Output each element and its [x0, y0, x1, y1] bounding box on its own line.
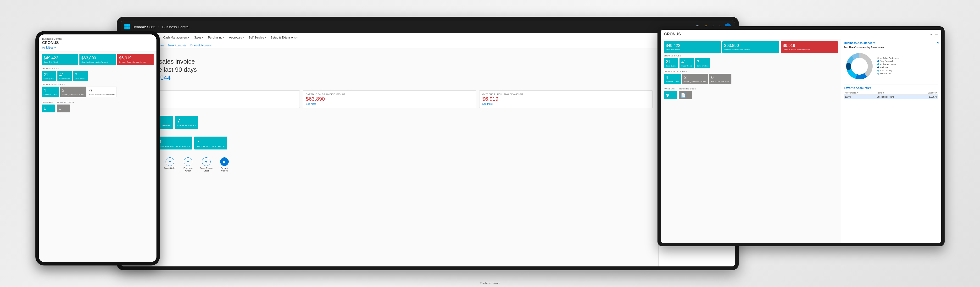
subnav-bank-accounts[interactable]: Bank Accounts	[166, 42, 188, 49]
phone-activities[interactable]: Activities ▾	[42, 46, 153, 49]
ts-purchase-due[interactable]: 0 Purch. Due Next Week	[709, 74, 731, 84]
svg-point-7	[851, 58, 868, 75]
chevron-down-icon: ▾	[873, 41, 875, 45]
phone-payments-card[interactable]: 1	[41, 105, 55, 113]
app-title: Dynamics 365	[132, 25, 155, 29]
tablet-small: CRONUS ≡ ··· $49,422 Sales This Month	[657, 26, 945, 246]
purchase-invoices-card[interactable]: 3 ONGOING PURCH. INVOICES	[156, 136, 192, 149]
nav-approvals[interactable]: Approvals▾	[227, 33, 246, 42]
phone-incoming-card[interactable]: 1	[57, 105, 70, 113]
ongoing-purchases-grid: 4 PURCHASE ORDERS 3 ONGOING PURCH. INVOI…	[126, 136, 653, 149]
phone-purchase-orders[interactable]: 4 Purchase Orders	[41, 87, 59, 97]
see-more-overdue-sales[interactable]: See more	[306, 103, 473, 105]
phone-payments-section: PAYMENTS 1	[41, 99, 55, 113]
phone-tile-sales: $49,422 Sales This Month	[41, 54, 78, 65]
ts-payments-card[interactable]: ⊕	[664, 91, 677, 99]
app-separator: ›	[158, 25, 159, 29]
ongoing-sales-grid: 21 SALES QUOTES 41 SALES ORDERS 7 SALES …	[126, 116, 653, 128]
account-name: Checking account	[876, 95, 915, 99]
business-assistance-title[interactable]: Business Assistance ▾	[844, 41, 939, 45]
ts-company: CRONUS	[664, 32, 681, 36]
ts-payments-section: PAYMENTS ⊕	[664, 86, 677, 99]
ts-purchase-orders[interactable]: 4 Purchase Orders	[664, 74, 681, 84]
start-product-videos[interactable]: ▶ Product Videos	[217, 157, 232, 172]
phone-purchase-cards: 4 Purchase Orders 3 Ongoing Purchase Inv…	[41, 87, 154, 97]
nav-self-service[interactable]: Self-Service▾	[246, 33, 269, 42]
ts-more-icon[interactable]: ···	[935, 32, 938, 36]
ts-sales-quotes[interactable]: 21 Sales Quotes	[664, 58, 678, 68]
phone-sales-orders[interactable]: 41 Sales Orders	[57, 71, 72, 81]
account-no: 10100	[844, 95, 876, 99]
tablet-large: Dynamics 365 › Business Central 🔍 🔔 ⚙ ? …	[117, 17, 739, 270]
start-sales-order[interactable]: + Sales Order	[163, 157, 177, 172]
nav-sales[interactable]: Sales▾	[192, 33, 205, 42]
plus-icon: +	[165, 157, 174, 166]
ts-purchase-invoices[interactable]: 3 Ongoing Purchase Invoices	[682, 74, 708, 84]
phone-purchase-invoices[interactable]: 3 Ongoing Purchase Invoices	[60, 87, 86, 97]
ts-tile-overdue-purch: $6,919 Overdue Purch. Invoice Amount	[781, 41, 838, 53]
favorite-accounts-table: Account No. ▾ Name ▾ Balance ▾ 10100 Che…	[844, 91, 939, 99]
phone: Business Central CRONUS Activities ▾ $49…	[35, 31, 160, 265]
tablet-small-screen: CRONUS ≡ ··· $49,422 Sales This Month	[661, 30, 941, 243]
business-assistance-label: Business Assistance	[126, 176, 653, 178]
table-row[interactable]: 10100 Checking account 1,638.40	[844, 95, 939, 99]
account-balance: 1,638.40	[915, 95, 939, 99]
activities-section-label: Activities	[126, 86, 653, 89]
ts-ongoing-purchases-label: ONGOING PURCHASES	[664, 70, 838, 73]
activity-tiles: SALES THIS MONTH $49,422 See more OVERDU…	[126, 90, 653, 108]
phone-purchase-due[interactable]: 0 Purch. Invoices Due Next Week	[87, 87, 117, 97]
phone-sales-invoices[interactable]: 7 Sales Invoices	[73, 71, 88, 81]
ts-ongoing-sales-label: ONGOING SALES	[664, 55, 838, 57]
ts-hamburger-icon[interactable]: ≡	[931, 32, 932, 36]
refresh-icon[interactable]: ↻	[936, 41, 939, 46]
ts-tile-overdue-sales: $63,890 Overdue Sales Invoice Amount	[722, 41, 780, 53]
ba-chart-title: Top Five Customers by Sales Value	[844, 46, 939, 49]
ongoing-sales-label: ONGOING SALES	[126, 111, 653, 114]
chevron-down-icon: ▾	[54, 46, 56, 49]
ts-body: $49,422 Sales This Month $63,890 Overdue…	[661, 39, 941, 243]
nav-cash-management[interactable]: Cash Management▾	[161, 33, 192, 42]
see-more-overdue-purch[interactable]: See more	[482, 103, 649, 105]
donut-legend: All Other Customers Trey Research Alpine…	[877, 57, 939, 76]
phone-tiles: $49,422 Sales This Month $63,890 Overdue…	[41, 54, 154, 65]
start-purchase-order[interactable]: + Purchase Order	[181, 157, 195, 172]
subnav-chart-of-accounts[interactable]: Chart of Accounts	[188, 42, 214, 49]
legend-litware: Litware, Inc.	[877, 73, 939, 75]
phone-screen: Business Central CRONUS Activities ▾ $49…	[39, 35, 156, 262]
ts-right-panel: ↻ Business Assistance ▾ Top Five Custome…	[841, 39, 941, 243]
plus-icon: +	[184, 157, 192, 166]
sub-nav: Customers Vendors Items Bank Accounts Ch…	[121, 42, 735, 49]
windows-logo-icon	[124, 24, 130, 29]
phone-sales-quotes[interactable]: 21 Sales Quotes	[41, 71, 56, 81]
chevron-down-icon: ▾	[202, 36, 203, 39]
chevron-down-icon: ▾	[223, 36, 224, 39]
favorite-accounts-title[interactable]: Favorite Accounts ▾	[844, 86, 939, 90]
fa-col-name: Name ▾	[876, 91, 915, 95]
ts-left-panel: $49,422 Sales This Month $63,890 Overdue…	[661, 39, 841, 243]
ts-sales-orders[interactable]: 41 Sales Orders	[679, 58, 694, 68]
nav-purchasing[interactable]: Purchasing▾	[205, 33, 227, 42]
activity-tile-overdue-sales: OVERDUE SALES INVOICE AMOUNT $63,890 See…	[303, 90, 476, 108]
overdue-purch-amount: $6,919	[482, 96, 649, 102]
start-icons: + Sales Quote + Sales Invoice + Sales Or…	[126, 157, 653, 172]
start-section: START + Sales Quote + Sales Invoice	[126, 153, 653, 172]
sales-invoices-card[interactable]: 7 SALES INVOICES	[175, 116, 199, 128]
ts-incoming-card[interactable]: 📄	[679, 91, 692, 99]
chevron-down-icon: ▾	[188, 36, 189, 39]
overdue-purch-label: OVERDUE PURCH. INVOICE AMOUNT	[482, 93, 649, 95]
legend-all-other: All Other Customers	[877, 57, 939, 59]
phone-app-name: Business Central	[42, 37, 153, 40]
play-icon: ▶	[220, 157, 229, 166]
nav-setup-extensions[interactable]: Setup & Extensions▾	[269, 33, 300, 42]
legend-alpine: Alpine Ski House	[877, 63, 939, 65]
start-label: START	[126, 153, 653, 155]
ts-tile-sales: $49,422 Sales This Month	[664, 41, 721, 53]
ts-sales-invoices[interactable]: 7 Sales Invoices	[695, 58, 710, 68]
start-sales-return[interactable]: + Sales Return Order	[199, 157, 213, 172]
overdue-sales-label: OVERDUE SALES INVOICE AMOUNT	[306, 93, 473, 95]
donut-chart	[844, 51, 875, 82]
chevron-down-icon: ▾	[265, 36, 266, 39]
legend-bellcloud: Bellcloud	[877, 66, 939, 69]
purchase-due-card[interactable]: 7 PURCH. DUE NEXT WEEK	[194, 136, 227, 149]
phone-incoming-section: INCOMING DOCS 1	[57, 99, 74, 113]
